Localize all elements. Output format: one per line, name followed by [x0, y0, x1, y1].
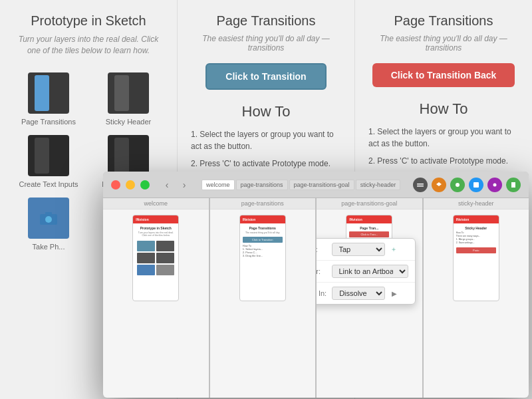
nav-forward-icon[interactable]: ›: [178, 178, 191, 192]
inner-tile-6: [156, 265, 174, 275]
toolbar-icon-blue[interactable]: [469, 178, 483, 192]
panel3-title: Page Transitions: [394, 13, 493, 29]
inner-panel-welcome-header: welcome: [103, 198, 209, 209]
tile-icon-create-text: [28, 135, 69, 176]
svg-marker-5: [436, 182, 442, 186]
phone-cta-goal[interactable]: Click to Tran...: [349, 231, 389, 237]
inner-panel-transitions-goal: page-transitions-goal INvision Page Tran…: [317, 198, 422, 398]
tile-icon-page-transitions: [28, 72, 69, 114]
phone-content-transitions: Page Transitions The easiest thing you'l…: [240, 223, 285, 260]
tab-sticky-header[interactable]: sticky-header: [356, 180, 401, 190]
logo-goal: INvision: [349, 217, 362, 221]
phone-title-transitions: Page Transitions: [243, 226, 283, 230]
behavior-select[interactable]: Link to an Artboard: [332, 265, 408, 278]
phone-topbar-transitions: INvision: [240, 215, 285, 223]
svg-point-8: [493, 183, 497, 186]
tile-page-transitions[interactable]: Page Transitions: [13, 72, 84, 126]
inner-panel-transitions: page-transitions INvision Page Transitio…: [210, 198, 316, 398]
phone-title-welcome: Prototype in Sketch: [136, 226, 176, 230]
phone-howto-sticky: How To There are many ways... 1. Merge g…: [456, 231, 496, 245]
phone-title-goal: Page Tran...: [349, 226, 389, 230]
phone-topbar-welcome: INvision: [133, 215, 178, 223]
tile-create-text[interactable]: Create Text Inputs: [13, 135, 84, 188]
dropdown-gesture-row: Gesture: Tap ＋: [317, 239, 415, 261]
gesture-add-icon[interactable]: ＋: [390, 245, 397, 254]
logo-sticky: INvision: [456, 217, 469, 221]
phone-subtitle-welcome: Turn your layers into the real deal. Cli…: [136, 231, 176, 237]
inner-panel-transitions-goal-header: page-transitions-goal: [317, 198, 422, 209]
panel3-step-2: 2. Press 'C' to activate Prototype mode.: [368, 155, 519, 167]
panel2-subtitle: The easiest thing you'll do all day — tr…: [191, 34, 341, 53]
panel2-howto-heading: How To: [191, 103, 341, 120]
toolbar-icon-layers[interactable]: [432, 178, 446, 192]
panel2-step-2: 2. Press 'C' to activate Prototype mode.: [191, 158, 341, 170]
tile-take-photo[interactable]: Take Ph...: [13, 198, 84, 251]
close-button[interactable]: [111, 180, 120, 190]
inner-panel-sticky-header: sticky-header: [424, 198, 529, 209]
toolbar-icon-phone[interactable]: [506, 178, 521, 192]
inner-tile-2: [156, 241, 174, 251]
inner-panel-transitions-header: page-transitions: [210, 198, 316, 209]
panel3-subtitle: The easiest thing you'll do all day — tr…: [368, 34, 519, 53]
svg-point-1: [45, 216, 52, 223]
phone-content-sticky: Sticky Header How To There are many ways…: [454, 223, 499, 256]
phone-cta-transitions[interactable]: Click to Transition: [243, 237, 283, 243]
overlay-window: ‹ › welcome page-transitions page-transi…: [103, 172, 529, 398]
maximize-button[interactable]: [140, 180, 150, 190]
panel2-title: Page Transitions: [217, 13, 316, 29]
svg-rect-3: [417, 184, 424, 185]
dropdown-animate-row: Animate In: Dissolve ▶: [317, 283, 415, 304]
panel3-step-1: 1. Select the layers or group you want t…: [368, 126, 519, 150]
toolbar-icons: [413, 178, 521, 192]
titlebar-nav: ‹ ›: [160, 178, 191, 192]
prototype-options-dropdown: Gesture: Tap ＋ Behavior: Link to an Artb…: [317, 238, 416, 305]
inner-tile-1: [137, 241, 155, 251]
tab-page-transitions-goal[interactable]: page-transitions-goal: [289, 180, 354, 190]
minimize-button[interactable]: [126, 180, 135, 190]
inner-panel-welcome: welcome INvision Prototype in Sketch Tur…: [103, 198, 209, 398]
panel1-desc: Turn your layers into the real deal. Cli…: [13, 34, 164, 57]
phone-subtitle-transitions: The easiest thing you'll do all day: [243, 231, 283, 234]
phone-proto-label: Proto: [456, 247, 496, 253]
animate-chevron-icon[interactable]: ▶: [392, 290, 397, 297]
inner-panel-sticky: sticky-header INvision Sticky Header How…: [424, 198, 529, 398]
svg-rect-7: [473, 182, 479, 188]
toolbar-icon-1[interactable]: [413, 178, 428, 192]
phone-tiles-welcome: [136, 239, 176, 277]
gesture-select[interactable]: Tap: [332, 243, 385, 256]
tile-sticky-header[interactable]: Sticky Header: [93, 72, 164, 126]
logo-welcome: INvision: [136, 217, 148, 221]
tile-icon-sticky-header: [108, 72, 149, 114]
panel2-step-1: 1. Select the layers or group you want t…: [191, 128, 341, 152]
phone-frame-welcome: INvision Prototype in Sketch Turn your l…: [132, 215, 179, 301]
gesture-label: Gesture:: [317, 245, 327, 253]
animate-label: Animate In:: [317, 289, 327, 297]
tab-page-transitions[interactable]: page-transitions: [236, 180, 288, 190]
window-titlebar: ‹ › welcome page-transitions page-transi…: [103, 172, 529, 198]
phone-frame-sticky: INvision Sticky Header How To There are …: [453, 215, 499, 301]
phone-frame-transitions: INvision Page Transitions The easiest th…: [239, 215, 286, 301]
inner-tile-4: [156, 253, 174, 263]
toolbar-icon-purple[interactable]: [487, 178, 502, 192]
click-to-transition-button[interactable]: Click to Transition: [205, 63, 326, 90]
behavior-label: Behavior:: [317, 267, 327, 275]
tab-welcome[interactable]: welcome: [201, 180, 235, 190]
tile-label-sticky-header: Sticky Header: [106, 118, 151, 126]
toolbar-icon-green[interactable]: [450, 178, 465, 192]
animate-select[interactable]: Dissolve: [332, 287, 385, 300]
inner-tile-3: [137, 253, 155, 263]
tile-label-page-transitions: Page Transitions: [21, 118, 76, 126]
tile-label-create-text: Create Text Inputs: [19, 180, 78, 188]
inner-panels: welcome INvision Prototype in Sketch Tur…: [103, 198, 529, 398]
dropdown-behavior-row: Behavior: Link to an Artboard: [317, 261, 415, 283]
click-to-transition-back-button[interactable]: Click to Transition Back: [372, 63, 515, 87]
inner-tile-5: [137, 265, 155, 275]
nav-back-icon[interactable]: ‹: [160, 178, 174, 192]
tab-bar: welcome page-transitions page-transition…: [201, 180, 400, 190]
logo-transitions: INvision: [243, 217, 255, 221]
phone-topbar-goal: INvision: [346, 215, 392, 223]
phone-content-welcome: Prototype in Sketch Turn your layers int…: [133, 223, 178, 279]
tile-icon-take-photo: [28, 198, 69, 239]
tile-icon-hide-passwords: [108, 135, 149, 176]
panel1-title: Prototype in Sketch: [31, 13, 146, 29]
